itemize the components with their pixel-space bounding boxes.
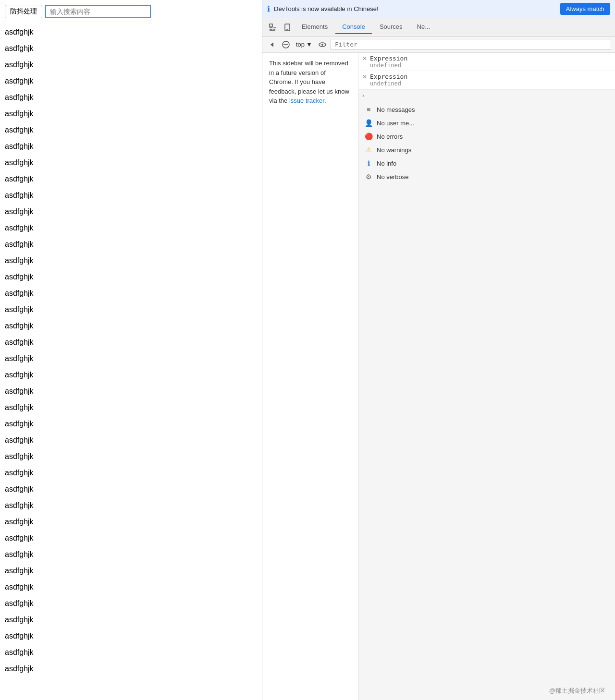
- filter-row-user[interactable]: 👤 No user me...: [358, 116, 615, 130]
- list-item: asdfghjk: [5, 595, 262, 612]
- list-item: asdfghjk: [5, 106, 262, 122]
- list-item: asdfghjk: [5, 481, 262, 497]
- filter-label: No user me...: [377, 120, 414, 127]
- list-item: asdfghjk: [5, 220, 262, 236]
- filter-row-verbose[interactable]: ⚙ No verbose: [358, 170, 615, 183]
- list-item: asdfghjk: [5, 187, 262, 204]
- always-match-button[interactable]: Always match: [560, 3, 610, 15]
- filter-row-info[interactable]: ℹ No info: [358, 157, 615, 170]
- expression-item: ✕ Expression undefined: [358, 53, 615, 71]
- expression-name: Expression: [370, 73, 407, 80]
- list-item: asdfghjk: [5, 350, 262, 367]
- eye-icon: [319, 41, 326, 48]
- tab-more[interactable]: Ne...: [410, 20, 437, 34]
- expression-value: undefined: [370, 80, 407, 87]
- svg-marker-8: [271, 42, 273, 47]
- list-item: asdfghjk: [5, 269, 262, 285]
- message-filters: ≡ No messages 👤 No user me... 🔴 No error…: [358, 101, 615, 185]
- devtools-panel: ℹ DevTools is now available in Chinese! …: [262, 0, 615, 700]
- eye-icon-button[interactable]: [316, 39, 329, 50]
- expression-list: ✕ Expression undefined ✕ Expression unde…: [358, 53, 615, 90]
- issue-tracker-link[interactable]: issue tracker: [289, 97, 324, 104]
- list-item: asdfghjk: [5, 171, 262, 187]
- list-item: asdfghjk: [5, 465, 262, 481]
- chevron-expand[interactable]: ›: [358, 90, 615, 101]
- list-item: asdfghjk: [5, 546, 262, 563]
- clear-icon-button[interactable]: [280, 39, 292, 50]
- list-item: asdfghjk: [5, 628, 262, 644]
- list-item: asdfghjk: [5, 40, 262, 57]
- dropdown-icon: ▼: [306, 41, 312, 48]
- list-item: asdfghjk: [5, 367, 262, 383]
- list-item: asdfghjk: [5, 334, 262, 350]
- list-item: asdfghjk: [5, 155, 262, 171]
- user-icon: 👤: [364, 119, 373, 127]
- list-items: asdfghjkasdfghjkasdfghjkasdfghjkasdfghjk…: [5, 24, 262, 677]
- info-icon: ℹ: [267, 4, 270, 13]
- list-item: asdfghjk: [5, 579, 262, 595]
- filter-input[interactable]: [331, 39, 611, 50]
- list-item: asdfghjk: [5, 302, 262, 318]
- back-icon-button[interactable]: [266, 40, 278, 49]
- back-icon: [269, 41, 275, 48]
- right-panel: ✕ Expression undefined ✕ Expression unde…: [358, 53, 615, 700]
- expression-content: Expression undefined: [370, 73, 407, 87]
- list-item: asdfghjk: [5, 530, 262, 546]
- list-item: asdfghjk: [5, 399, 262, 416]
- list-item: asdfghjk: [5, 612, 262, 628]
- page-area: 防抖处理 asdfghjkasdfghjkasdfghjkasdfghjkasd…: [0, 0, 262, 700]
- list-icon: ≡: [364, 105, 373, 114]
- list-item: asdfghjk: [5, 318, 262, 334]
- filter-label: No verbose: [377, 173, 408, 181]
- search-input[interactable]: [45, 5, 151, 18]
- expression-value: undefined: [370, 62, 407, 69]
- list-item: asdfghjk: [5, 383, 262, 399]
- sidebar-panel: This sidebar will be removed in a future…: [262, 53, 358, 700]
- svg-rect-0: [270, 24, 272, 27]
- tab-sources[interactable]: Sources: [373, 20, 409, 34]
- list-item: asdfghjk: [5, 563, 262, 579]
- verbose-icon: ⚙: [364, 172, 373, 181]
- list-item: asdfghjk: [5, 236, 262, 253]
- device-icon-button[interactable]: [281, 22, 294, 33]
- sidebar-message: This sidebar will be removed in a future…: [269, 59, 351, 106]
- clear-icon: [282, 41, 290, 48]
- list-item: asdfghjk: [5, 432, 262, 448]
- list-item: asdfghjk: [5, 285, 262, 302]
- expression-close-button[interactable]: ✕: [362, 55, 367, 62]
- info-icon: ℹ: [364, 159, 373, 168]
- filter-label: No warnings: [377, 146, 411, 154]
- filter-row-list[interactable]: ≡ No messages: [358, 103, 615, 116]
- device-icon: [283, 24, 291, 31]
- list-item: asdfghjk: [5, 514, 262, 530]
- footer-text: @稀土掘金技术社区: [549, 687, 605, 694]
- tab-elements[interactable]: Elements: [295, 20, 334, 34]
- filter-label: No info: [377, 160, 396, 167]
- list-item: asdfghjk: [5, 204, 262, 220]
- inspect-icon-button[interactable]: [266, 22, 280, 33]
- notification-text: DevTools is now available in Chinese!: [274, 5, 556, 12]
- list-item: asdfghjk: [5, 644, 262, 661]
- debounce-button[interactable]: 防抖处理: [5, 5, 42, 18]
- list-item: asdfghjk: [5, 24, 262, 40]
- tab-bar: Elements Console Sources Ne...: [262, 18, 615, 36]
- context-selector[interactable]: top ▼: [294, 40, 314, 49]
- toolbar: 防抖处理: [5, 5, 262, 18]
- expression-close-button[interactable]: ✕: [362, 73, 367, 80]
- tab-console[interactable]: Console: [335, 20, 372, 34]
- filter-row-error[interactable]: 🔴 No errors: [358, 130, 615, 143]
- list-item: asdfghjk: [5, 57, 262, 73]
- error-icon: 🔴: [364, 132, 373, 141]
- filter-label: No messages: [377, 106, 415, 113]
- expression-item: ✕ Expression undefined: [358, 71, 615, 89]
- footer: @稀土掘金技术社区: [549, 687, 605, 695]
- list-item: asdfghjk: [5, 448, 262, 465]
- filter-row-warning[interactable]: ⚠ No warnings: [358, 143, 615, 157]
- filter-label: No errors: [377, 133, 403, 140]
- notification-bar: ℹ DevTools is now available in Chinese! …: [262, 0, 615, 18]
- list-item: asdfghjk: [5, 73, 262, 89]
- context-label: top: [296, 41, 305, 48]
- svg-point-12: [321, 44, 323, 46]
- expression-content: Expression undefined: [370, 55, 407, 69]
- inspect-icon: [269, 24, 277, 31]
